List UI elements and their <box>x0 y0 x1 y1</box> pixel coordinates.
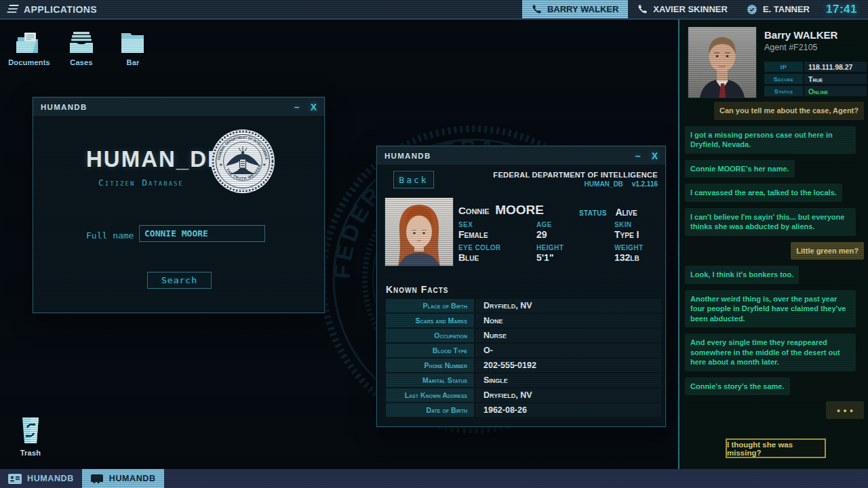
svg-text:★: ★ <box>219 163 222 167</box>
citizen-name: Connie MOORE <box>458 203 544 218</box>
agent-name: Barry WALKER <box>764 29 837 41</box>
chat-message: I can't believe I'm sayin' this... but e… <box>685 208 856 236</box>
status-row: Status Alive <box>579 206 637 218</box>
contact-tab-barry-walker[interactable]: BARRY WALKER <box>522 0 628 18</box>
applications-label: Applications <box>24 4 97 15</box>
full-name-input[interactable] <box>139 225 265 242</box>
chat-message: And every single time they reappeared so… <box>685 333 856 371</box>
contact-tab-e-tanner[interactable]: E. TANNER <box>737 0 819 18</box>
icon-label: Bar <box>127 58 140 66</box>
app-window-icon <box>90 474 104 484</box>
contact-tab-xavier-skinner[interactable]: XAVIER SKINNER <box>628 0 737 18</box>
agent-photo <box>688 27 756 98</box>
known-facts-table: Place of Birth Dryfield, NV Scars and Ma… <box>386 299 661 417</box>
open-folder-icon <box>15 31 43 56</box>
taskbar-item-label: HUMANDB <box>109 474 156 483</box>
typing-indicator: ••• <box>826 401 864 419</box>
citizen-photo <box>385 198 453 266</box>
topbar-spacer <box>105 0 522 18</box>
contact-name: XAVIER SKINNER <box>653 4 728 14</box>
info-row: Secure True <box>764 74 867 84</box>
taskbar: HUMANDB HUMANDB <box>0 469 868 488</box>
full-name-label: Full name <box>86 230 134 241</box>
taskbar-item-humandb-search[interactable]: HUMANDB <box>0 469 82 488</box>
tray-stack-icon <box>67 31 96 56</box>
first-name: Connie <box>458 205 490 216</box>
folder-icon <box>119 31 147 56</box>
contact-name: E. TANNER <box>763 4 810 14</box>
table-row: Blood Type O- <box>386 344 661 357</box>
app-name: HUMAN_DB <box>585 180 623 188</box>
chat-sidebar: Barry WALKER Agent #F2105 IP 118.111.98.… <box>678 20 868 469</box>
stat-height: Height 5'1" <box>536 244 612 263</box>
info-row: IP 118.111.98.27 <box>764 62 867 72</box>
table-row: Last Known Address Dryfield, NV <box>386 388 661 402</box>
chat-message: Look, I think it's bonkers too. <box>685 266 799 284</box>
svg-text:★: ★ <box>262 163 266 167</box>
window-titlebar[interactable]: HUMANDB – X <box>33 98 324 117</box>
table-row: Date of Birth 1962-08-26 <box>386 403 661 417</box>
window-title: HUMANDB <box>41 103 87 111</box>
chat-message: Another weird thing is, over the past ye… <box>685 290 856 328</box>
chat-message: Connie's story's the same. <box>685 378 790 396</box>
chat-message: Can you tell me about the case, Agent? <box>714 102 864 120</box>
contact-name: BARRY WALKER <box>547 4 618 14</box>
desktop-icon-documents[interactable]: Documents <box>3 31 55 66</box>
app-title: HUMAN_DB <box>86 146 196 172</box>
status-value: Alive <box>615 207 637 218</box>
desktop-icon-trash[interactable]: Trash <box>5 415 56 457</box>
screen: FEDERAL DEPARTMENT OF INTELLIGENCE ★ ★ ★… <box>0 0 868 488</box>
known-facts-title: Known Facts <box>386 284 448 295</box>
table-row: Place of Birth Dryfield, NV <box>386 299 661 312</box>
window-titlebar[interactable]: HUMANDB – X <box>377 146 665 165</box>
stat-age: Age 29 <box>536 221 612 240</box>
icon-label: Cases <box>70 58 92 66</box>
desktop-icon-bar[interactable]: Bar <box>107 31 159 66</box>
table-row: Phone Number 202-555-0192 <box>386 359 661 372</box>
minimize-button[interactable]: – <box>294 102 300 112</box>
close-button[interactable]: X <box>652 151 658 161</box>
table-row: Occupation Nurse <box>386 329 661 342</box>
clock: 17:41 <box>819 0 868 18</box>
back-button[interactable]: Back <box>393 171 434 188</box>
phone-icon <box>532 4 542 14</box>
stat-sex: Sex Female <box>458 221 534 240</box>
search-button[interactable]: Search <box>147 272 212 289</box>
stat-eye-color: Eye Color Blue <box>458 244 534 263</box>
window-title: HUMANDB <box>384 152 431 160</box>
icon-label: Documents <box>8 58 50 66</box>
chat-message: Connie MOORE's her name. <box>685 160 795 178</box>
table-row: Scars and Marks None <box>386 314 661 327</box>
chat-message: Little green men? <box>791 242 864 260</box>
app-version-line: HUMAN_DB v1.2.116 <box>585 180 658 188</box>
chat-message-list[interactable]: Can you tell me about the case, Agent? I… <box>685 102 864 435</box>
org-header: FEDERAL DEPARTMENT OF INTELLIGENCE <box>493 171 658 179</box>
applications-menu-button[interactable]: Applications <box>0 0 105 18</box>
status-label: Status <box>579 209 607 217</box>
phone-icon <box>637 4 648 14</box>
humandb-search-window: HUMANDB – X HUMAN_DB Citizen Database FE… <box>33 97 325 313</box>
close-button[interactable]: X <box>311 102 317 112</box>
hamburger-icon <box>7 5 19 13</box>
chat-message: I got a missing persons case out here in… <box>685 126 856 154</box>
humandb-record-window: HUMANDB – X Back FEDERAL DEPARTMENT OF I… <box>376 146 666 427</box>
table-row: Marital Status Single <box>386 373 661 387</box>
taskbar-item-label: HUMANDB <box>27 474 74 483</box>
icon-label: Trash <box>20 449 41 457</box>
department-seal: FEDERAL DEPARTMENT OF INTELLIGENCE THE T… <box>210 129 275 194</box>
agent-info-table: IP 118.111.98.27 Secure True Status Onli… <box>764 62 867 96</box>
app-subtitle: Citizen Database <box>86 178 196 188</box>
id-card-icon <box>8 474 22 484</box>
last-name: MOORE <box>495 203 544 217</box>
minimize-button[interactable]: – <box>635 151 641 161</box>
recycle-bin-icon <box>16 415 45 446</box>
taskbar-item-humandb-record[interactable]: HUMANDB <box>82 469 164 488</box>
agent-id: Agent #F2105 <box>764 43 818 52</box>
dialogue-choice-button[interactable]: I thought she was missing? <box>726 439 826 458</box>
desktop-icon-cases[interactable]: Cases <box>56 31 107 66</box>
info-row: Status Online <box>764 86 867 96</box>
chat-message: I canvassed the area, talked to the loca… <box>685 184 842 202</box>
version: v1.2.116 <box>632 180 658 188</box>
top-menu-bar: Applications BARRY WALKER XAVIER SKINNER… <box>0 0 868 20</box>
badge-icon <box>747 4 757 15</box>
